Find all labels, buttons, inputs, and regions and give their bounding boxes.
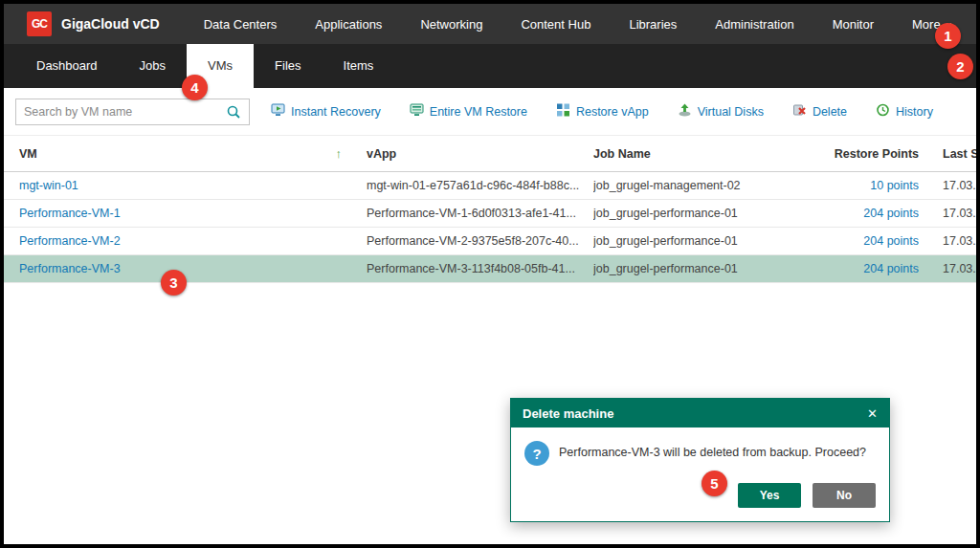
search-input[interactable] [24,105,226,119]
nav-item-data-centers[interactable]: Data Centers [204,17,278,32]
nav-item-networking[interactable]: Networking [420,17,482,32]
restore-points-link[interactable]: 204 points [823,234,919,248]
nav-item-libraries[interactable]: Libraries [629,17,677,32]
last-success-cell: 17.03.2 [919,179,980,192]
vm-header-label: VM [19,147,37,161]
delete-icon [792,103,807,120]
delete-machine-dialog: Delete machine ✕ ? Performance-VM-3 will… [510,398,890,522]
column-header-restore-points[interactable]: Restore Points [823,147,919,161]
brand-title: GigaCloud vCD [61,16,160,32]
brand: GC GigaCloud vCD [27,11,160,36]
column-header-vapp[interactable]: vApp [367,147,593,161]
delete-button[interactable]: Delete [792,103,847,120]
instant-recovery-icon [271,103,285,120]
tab-bar: Dashboard Jobs VMs Files Items [4,44,976,88]
restore-vapp-label: Restore vApp [576,105,649,119]
vm-name-link[interactable]: mgt-win-01 [19,179,367,192]
table-body: mgt-win-01 mgt-win-01-e757a61d-c96c-484f… [4,172,976,283]
dialog-message: Performance-VM-3 will be deleted from ba… [559,441,866,459]
callout-badge-1: 1 [935,23,961,49]
nav-item-content-hub[interactable]: Content Hub [521,17,590,32]
vm-name-link[interactable]: Performance-VM-2 [19,234,367,248]
callout-badge-2: 2 [947,54,973,79]
nav-item-administration[interactable]: Administration [715,17,793,32]
restore-vapp-button[interactable]: Restore vApp [556,103,649,120]
callout-badge-3: 3 [161,270,187,296]
tab-jobs[interactable]: Jobs [119,44,187,88]
dialog-body: ? Performance-VM-3 will be deleted from … [511,427,889,468]
history-icon [876,103,890,120]
table-row-selected[interactable]: Performance-VM-3 Performance-VM-3-113f4b… [4,255,976,283]
sort-asc-icon: ↑ [336,146,343,161]
job-name-cell: job_grugel-performance-01 [593,234,823,248]
vapp-cell: Performance-VM-2-9375e5f8-207c-40... [367,234,593,248]
vapp-cell: mgt-win-01-e757a61d-c96c-484f-b88c... [367,179,593,192]
restore-points-link[interactable]: 204 points [823,262,919,275]
column-header-vm[interactable]: VM ↑ [19,146,367,161]
restore-vapp-icon [556,103,570,120]
vapp-cell: Performance-VM-3-113f4b08-05fb-41... [367,262,593,275]
column-header-job-name[interactable]: Job Name [593,147,823,161]
history-button[interactable]: History [876,103,933,120]
virtual-disks-icon [678,103,692,120]
action-buttons: Instant Recovery Entire VM Restore Resto… [271,103,933,120]
app-window: GC GigaCloud vCD Data Centers Applicatio… [0,0,980,548]
tab-items[interactable]: Items [323,44,395,88]
job-name-cell: job_grugel-performance-01 [593,207,823,220]
restore-points-link[interactable]: 204 points [823,207,919,220]
dialog-title: Delete machine [523,406,613,421]
vm-name-link[interactable]: Performance-VM-3 [19,262,367,275]
entire-vm-restore-icon [410,103,424,120]
last-success-cell: 17.03.2 [919,207,980,220]
job-name-cell: job_grugel-performance-01 [593,262,823,275]
toolbar: Instant Recovery Entire VM Restore Resto… [4,88,976,136]
vm-name-link[interactable]: Performance-VM-1 [19,207,367,220]
last-success-cell: 17.03.2 [919,234,980,248]
tab-dashboard[interactable]: Dashboard [15,44,119,88]
close-icon[interactable]: ✕ [867,406,878,421]
history-label: History [896,105,933,119]
vapp-cell: Performance-VM-1-6d0f0313-afe1-41... [367,207,593,220]
dialog-footer: Yes No [511,468,889,521]
dialog-header: Delete machine ✕ [511,399,889,427]
top-navigation-bar: GC GigaCloud vCD Data Centers Applicatio… [4,4,976,44]
entire-vm-restore-button[interactable]: Entire VM Restore [410,103,527,120]
callout-badge-5: 5 [702,471,727,496]
last-success-cell: 17.03.2 [919,262,980,275]
delete-label: Delete [813,105,847,119]
search-icon[interactable] [226,104,241,120]
gigacloud-logo-icon: GC [27,11,52,36]
callout-badge-4: 4 [182,75,208,100]
no-button[interactable]: No [813,483,876,508]
table-row[interactable]: Performance-VM-2 Performance-VM-2-9375e5… [4,228,976,255]
top-nav-menu: Data Centers Applications Networking Con… [204,17,952,32]
nav-item-monitor[interactable]: Monitor [833,17,874,32]
job-name-cell: job_grugel-management-02 [593,179,823,192]
instant-recovery-label: Instant Recovery [291,105,381,119]
virtual-disks-label: Virtual Disks [698,105,764,119]
instant-recovery-button[interactable]: Instant Recovery [271,103,381,120]
yes-button[interactable]: Yes [738,483,801,508]
search-box [15,99,250,125]
nav-item-applications[interactable]: Applications [315,17,382,32]
virtual-disks-button[interactable]: Virtual Disks [678,103,764,120]
tab-files[interactable]: Files [254,44,322,88]
table-row[interactable]: Performance-VM-1 Performance-VM-1-6d0f03… [4,200,976,228]
table-row[interactable]: mgt-win-01 mgt-win-01-e757a61d-c96c-484f… [4,172,976,200]
column-header-last-success[interactable]: Last Su [919,147,980,161]
restore-points-link[interactable]: 10 points [823,179,919,192]
entire-vm-restore-label: Entire VM Restore [430,105,527,119]
question-mark-icon: ? [524,441,549,466]
table-header: VM ↑ vApp Job Name Restore Points Last S… [4,136,976,172]
